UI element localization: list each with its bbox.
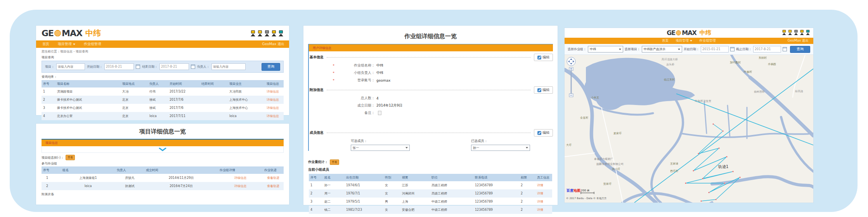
table-cell: 2 (42, 182, 61, 190)
panel-workgroup-detail: 作业组详细信息一览 用户详细信息 基本信息 编辑 *作业组名称：中纬*小组负责人… (303, 26, 558, 205)
field-row: *登录账号：geomax (331, 77, 553, 84)
track-point-marker[interactable] (718, 147, 719, 149)
project-label: 项目： (45, 65, 54, 69)
map-canvas[interactable]: 高圩港路大桥连头桥临江东村加叶围村东阳村水杨园叶春村杨树西桥标高路小夹王金屋村夏… (565, 55, 813, 203)
start-date-input[interactable] (701, 46, 729, 52)
table-cell (200, 104, 228, 112)
map-place-label: 小夹王 (591, 96, 599, 99)
edit-members-button[interactable]: 编辑 (534, 129, 553, 136)
project-filter-value: 中纬新产品演示 (644, 47, 665, 51)
table-link[interactable]: 查看轨迹 (267, 184, 279, 188)
table-link[interactable]: 详细信息 (267, 106, 279, 110)
table-cell: 男 (383, 198, 400, 206)
calendar-icon[interactable] (191, 65, 195, 69)
calendar-icon[interactable] (783, 47, 787, 51)
table-link[interactable]: 详细信息 (267, 114, 279, 118)
logout-link[interactable]: GeoMax 退出 (262, 42, 285, 47)
track-point-marker[interactable] (726, 156, 727, 157)
track-point-marker[interactable] (732, 171, 733, 172)
end-date-label: 截止日期： (736, 47, 752, 51)
table-link[interactable]: 详情 (537, 208, 543, 212)
project-filter-select[interactable]: 中纬新产品演示 (642, 46, 682, 52)
search-button[interactable]: 查询 (262, 63, 280, 71)
table-link[interactable]: 详细信息 (267, 98, 279, 102)
table-cell: 中级工程师 (430, 198, 473, 206)
edit-basic-button[interactable]: 编辑 (534, 54, 553, 61)
table-row: 1滨湖路项目大冶付伟2017/3/22大冶市政详细信息 (42, 88, 284, 96)
selected-members-select[interactable]: 孙一 (471, 145, 530, 151)
map-place-label: 夹小圩 (612, 168, 620, 171)
owner-input[interactable] (211, 63, 246, 70)
track-point-marker[interactable] (700, 200, 702, 201)
table-cell: 详情 (535, 198, 552, 206)
chevron-down-icon (159, 148, 166, 151)
projects-table: 序号项目名称项目地点负责人开始时间结束时间项目业主项目信息1滨湖路项目大冶付伟2… (42, 80, 284, 120)
track-point-marker[interactable] (739, 177, 740, 178)
map-pan-control[interactable] (567, 57, 575, 66)
nav-project-management[interactable]: 项目管理 (58, 42, 75, 47)
user-detail-band: 用户详细信息 (309, 44, 553, 51)
track-point-marker[interactable] (724, 182, 725, 184)
track-point-marker[interactable] (722, 130, 723, 131)
nav-workgroup-management[interactable]: 作业组管理 (84, 42, 101, 47)
project-name-input[interactable] (56, 63, 85, 70)
table-link[interactable]: 详细信息 (267, 90, 279, 93)
nav-project-management-label: 项目管理 (676, 38, 689, 43)
table-link[interactable]: 详情 (537, 200, 543, 203)
table-cell: 详细信息 (265, 112, 284, 120)
track-point-marker[interactable] (715, 199, 716, 200)
calendar-icon[interactable] (730, 47, 735, 51)
track-point-marker[interactable] (702, 178, 703, 179)
track-point-marker[interactable] (685, 182, 686, 184)
available-members-value: 张一 (353, 146, 359, 150)
workload-view-button[interactable]: 查看 (330, 159, 339, 165)
end-date-input[interactable] (753, 46, 781, 52)
nav-project-management[interactable]: 项目管理 (676, 38, 692, 43)
table-cell: 江苏 (400, 181, 430, 189)
table-link[interactable]: 详情 (537, 184, 543, 187)
collapse-toggle[interactable] (42, 146, 284, 153)
nav-workgroup-management[interactable]: 作业组管理 (699, 38, 716, 43)
track-point-marker[interactable] (693, 170, 694, 171)
map-place-label: 贺家圩 (603, 182, 612, 186)
table-cell: 徐斌 (148, 104, 168, 112)
table-cell: 安徽合肥 (400, 206, 430, 214)
logo-text-max: MAX (682, 29, 696, 37)
table-link[interactable]: 详情 (537, 192, 543, 195)
table-cell: 查看轨迹 (263, 182, 284, 190)
main-nav: 首页 项目管理 作业组管理 GeoMax 退出 (565, 38, 813, 44)
start-date-input[interactable] (104, 63, 134, 70)
table-link[interactable]: 查看轨迹 (267, 176, 279, 180)
table-cell: 孙测试 (115, 182, 144, 190)
pencil-icon (537, 88, 541, 92)
track-point-marker[interactable] (698, 153, 699, 154)
table-link[interactable]: 详细信息 (234, 184, 247, 188)
calendar-icon[interactable] (136, 65, 140, 69)
track-point-marker[interactable] (708, 192, 709, 193)
map-search-button[interactable]: 查询 (790, 46, 810, 53)
group-filter-select[interactable]: 中纬 (588, 46, 623, 52)
scale-label: 200 米 (581, 189, 590, 192)
column-header: 权限 (519, 174, 535, 181)
end-date-input[interactable] (159, 63, 189, 70)
table-cell: 123456789 (473, 189, 519, 198)
field-row: *作业组名称：中纬 (331, 62, 553, 69)
edit-extra-button[interactable]: 编辑 (534, 86, 553, 94)
table-row: 4钱二1981/7/23女安徽合肥中级工程师1234567892详情 (309, 206, 552, 214)
table-link[interactable]: 详细信息 (234, 176, 247, 180)
column-header: 作业轨迹 (263, 166, 284, 174)
nav-home[interactable]: 首页 (662, 38, 669, 43)
table-cell: 庆骏凡 (115, 174, 144, 182)
nav-home[interactable]: 首页 (42, 42, 49, 47)
logo-text-ge: GE (667, 29, 675, 37)
group-select-button[interactable]: 查看 (66, 155, 75, 160)
column-header: 负责人 (148, 80, 168, 88)
track-point-marker[interactable] (712, 123, 714, 124)
table-row: 3徕卡技术中心测试北京徐斌2017/7/6上海技术中心详细信息 (42, 104, 284, 112)
table-cell: 徐斌 (148, 96, 168, 104)
available-members-select[interactable]: 张一 (351, 145, 410, 151)
logout-link[interactable]: GeoMax 退出 (788, 38, 809, 43)
end-date-label: 结束日期： (142, 65, 158, 69)
required-asterisk: * (331, 71, 334, 75)
start-date-label: 开始日期： (684, 47, 699, 51)
